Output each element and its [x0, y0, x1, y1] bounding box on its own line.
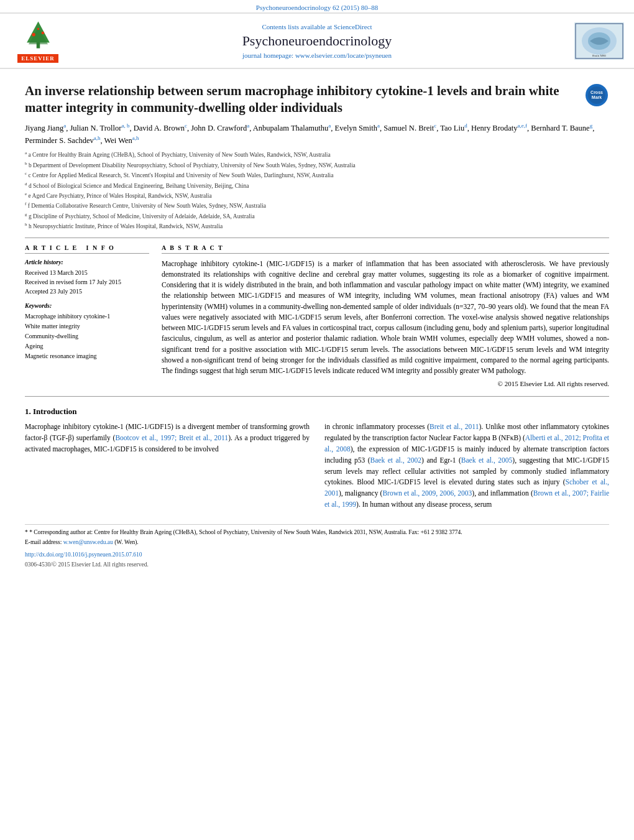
issn-line: 0306-4530/© 2015 Elsevier Ltd. All right…: [25, 561, 609, 569]
journal-reference: Psychoneuroendocrinology 62 (2015) 80–88: [256, 4, 378, 11]
article-info-col: A R T I C L E I N F O Article history: R…: [25, 244, 149, 388]
svg-text:Mark: Mark: [592, 95, 602, 99]
ref-bootcov[interactable]: Bootcov et al., 1997; Breit et al., 2011: [115, 434, 228, 441]
journal-thumbnail: Brain MRI: [574, 22, 624, 60]
main-content: An inverse relationship between serum ma…: [0, 69, 634, 577]
doi-line: http://dx.doi.org/10.1016/j.psyneuen.201…: [25, 551, 609, 559]
homepage-label: journal homepage:: [242, 52, 293, 59]
top-bar: Psychoneuroendocrinology 62 (2015) 80–88: [0, 0, 634, 12]
elsevier-tree-icon: [21, 19, 55, 53]
introduction-section: 1. Introduction Macrophage inhibitory cy…: [25, 407, 609, 514]
ref-breit2011[interactable]: Breit et al., 2011: [430, 423, 479, 430]
intro-left-col: Macrophage inhibitory cytokine-1 (MIC-1/…: [25, 422, 310, 514]
article-history-label: Article history:: [25, 259, 149, 265]
keyword-3: Community-dwelling: [25, 331, 149, 341]
ref-baek2002[interactable]: Baek et al., 2002: [370, 456, 422, 464]
contents-label: Contents lists available at: [262, 23, 332, 30]
ref-brown-malignancy[interactable]: Brown et al., 2009, 2006, 2003: [382, 489, 472, 497]
journal-center-info: Contents lists available at ScienceDirec…: [66, 23, 568, 59]
abstract-header: A B S T R A C T: [162, 244, 609, 254]
affil-b: b b Department of Development Disability…: [25, 160, 609, 170]
affil-f: f f Dementia Collaborative Research Cent…: [25, 201, 609, 210]
keyword-1: Macrophage inhibitory cytokine-1: [25, 312, 149, 321]
keywords-list: Macrophage inhibitory cytokine-1 White m…: [25, 312, 149, 361]
ref-baek2005[interactable]: Baek et al., 2005: [461, 456, 513, 464]
contents-line: Contents lists available at ScienceDirec…: [78, 23, 556, 30]
affil-c: c c Centre for Applied Medical Research,…: [25, 170, 609, 180]
intro-title: Introduction: [33, 407, 77, 416]
copyright-line: © 2015 Elsevier Ltd. All rights reserved…: [162, 380, 609, 387]
article-history-details: Received 13 March 2015 Received in revis…: [25, 268, 149, 296]
svg-point-3: [32, 33, 35, 37]
intro-right-col: in chronic inflammatory processes (Breit…: [324, 422, 609, 514]
affil-h: h h Neuropsychiatric Institute, Prince o…: [25, 221, 609, 231]
journal-header: ELSEVIER Contents lists available at Sci…: [0, 12, 634, 69]
homepage-line: journal homepage: www.elsevier.com/locat…: [78, 52, 556, 59]
svg-point-4: [41, 32, 44, 35]
elsevier-label: ELSEVIER: [17, 54, 58, 63]
crossmark-circle: Cross Mark: [586, 84, 608, 106]
elsevier-logo-container: ELSEVIER: [10, 19, 66, 63]
intro-heading: 1. Introduction: [25, 407, 609, 417]
received-revised-date: Received in revised form 17 July 2015: [25, 277, 149, 287]
footnote-text: * Corresponding author at: Centre for He…: [29, 529, 462, 535]
email-label: E-mail address:: [25, 539, 62, 545]
intro-number: 1.: [25, 407, 31, 416]
authors-line: Jiyang Jianga, Julian N. Trollora, b, Da…: [25, 122, 609, 147]
article-title-section: An inverse relationship between serum ma…: [25, 78, 609, 117]
top-divider: [25, 238, 609, 238]
star-footnote: * * Corresponding author at: Centre for …: [25, 528, 609, 537]
keyword-4: Ageing: [25, 341, 149, 351]
journal-title-display: Psychoneuroendocrinology: [78, 33, 556, 49]
keyword-2: White matter integrity: [25, 321, 149, 331]
footnote-section: * * Corresponding author at: Centre for …: [25, 524, 609, 569]
doi-link[interactable]: http://dx.doi.org/10.1016/j.psyneuen.201…: [25, 552, 142, 558]
accepted-date: Accepted 23 July 2015: [25, 287, 149, 296]
email-footnote: E-mail address: w.wen@unsw.edu.au (W. We…: [25, 538, 609, 547]
keywords-label: Keywords:: [25, 302, 149, 309]
ref-alberti[interactable]: Alberti et al., 2012; Profita et al., 20…: [324, 434, 609, 453]
article-title: An inverse relationship between serum ma…: [25, 83, 584, 117]
affil-d: d d School of Biological Science and Med…: [25, 181, 609, 190]
bottom-divider: [25, 396, 609, 397]
keyword-5: Magnetic resonance imaging: [25, 351, 149, 361]
right-logo-container: Brain MRI: [568, 22, 624, 60]
intro-right-text: in chronic inflammatory processes (Breit…: [324, 422, 609, 510]
abstract-col: A B S T R A C T Macrophage inhibitory cy…: [162, 244, 609, 388]
affiliations-block: a a Centre for Healthy Brain Ageing (CHe…: [25, 150, 609, 231]
author-jiyang: Jiyang Jianga, Julian N. Trollora, b, Da…: [25, 124, 594, 145]
svg-text:Brain MRI: Brain MRI: [592, 54, 606, 57]
abstract-text: Macrophage inhibitory cytokine-1 (MIC-1/…: [162, 259, 609, 377]
intro-para-1: Macrophage inhibitory cytokine-1 (MIC-1/…: [25, 422, 310, 455]
affil-a: a a Centre for Healthy Brain Ageing (CHe…: [25, 150, 609, 159]
svg-text:Cross: Cross: [590, 90, 603, 95]
received-date: Received 13 March 2015: [25, 268, 149, 277]
article-info-abstract: A R T I C L E I N F O Article history: R…: [25, 244, 609, 388]
sciencedirect-link[interactable]: ScienceDirect: [334, 23, 372, 30]
article-info-header: A R T I C L E I N F O: [25, 244, 149, 254]
intro-para-2: in chronic inflammatory processes (Breit…: [324, 422, 609, 510]
crossmark-badge: Cross Mark: [584, 83, 609, 108]
intro-left-text: Macrophage inhibitory cytokine-1 (MIC-1/…: [25, 422, 310, 455]
homepage-link[interactable]: www.elsevier.com/locate/psyneuen: [295, 52, 392, 59]
email-person: (W. Wen).: [114, 539, 139, 545]
svg-point-5: [37, 28, 39, 30]
affil-e: e e Aged Care Psychiatry, Prince of Wale…: [25, 191, 609, 200]
affil-g: g g Discipline of Psychiatry, School of …: [25, 211, 609, 221]
intro-two-col: Macrophage inhibitory cytokine-1 (MIC-1/…: [25, 422, 609, 514]
email-address[interactable]: w.wen@unsw.edu.au: [63, 539, 114, 545]
